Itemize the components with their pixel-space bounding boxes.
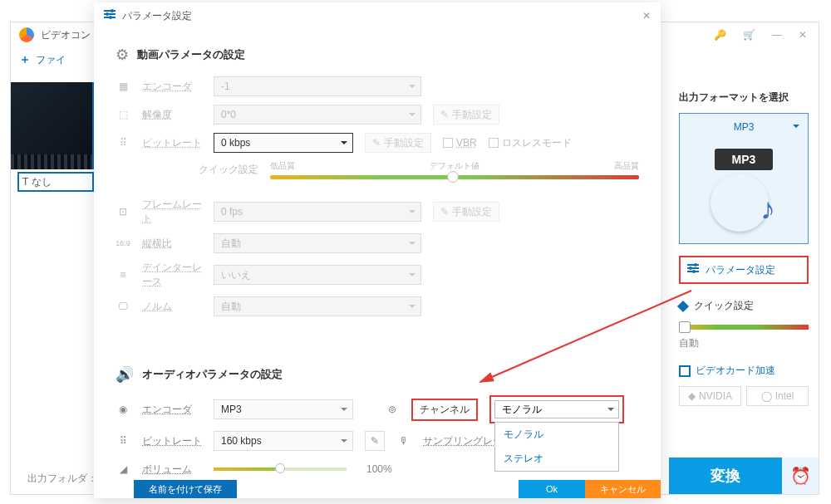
cart-icon[interactable]: 🛒 bbox=[740, 26, 759, 44]
auto-label: 自動 bbox=[679, 336, 809, 350]
audio-bitrate-label: ビットレート bbox=[142, 434, 202, 448]
subtitle-selector[interactable]: T なし bbox=[17, 172, 94, 192]
gpu-accel-row[interactable]: ビデオカード加速 bbox=[679, 364, 809, 378]
subtitle-value: なし bbox=[32, 175, 52, 189]
right-panel: 出力フォーマットを選択 MP3 MP3 ♪ パラメータ設定 クイック設定 自動 … bbox=[669, 82, 819, 464]
resolution-label: 解像度 bbox=[142, 108, 202, 122]
parameter-settings-button[interactable]: パラメータ設定 bbox=[679, 256, 809, 284]
norm-icon: 🖵 bbox=[116, 301, 130, 312]
volume-icon: ◢ bbox=[116, 463, 130, 475]
low-quality-label: 低品質 bbox=[270, 160, 295, 172]
deinterlace-icon: ≡ bbox=[116, 269, 130, 281]
channel-label: チャンネル bbox=[411, 399, 478, 421]
framerate-icon: ⊡ bbox=[116, 206, 130, 218]
audio-bitrate-edit-button[interactable]: ✎ bbox=[365, 431, 385, 451]
channel-option-stereo[interactable]: ステレオ bbox=[495, 447, 618, 471]
convert-button[interactable]: 変換 bbox=[669, 458, 782, 494]
close-button[interactable]: ✕ bbox=[795, 26, 810, 44]
volume-value: 100% bbox=[366, 463, 392, 475]
default-quality-label: デフォルト値 bbox=[430, 160, 479, 172]
audio-encoder-label: エンコーダ bbox=[142, 403, 202, 417]
plus-icon: ＋ bbox=[19, 52, 31, 67]
audio-bitrate-icon: ⠿ bbox=[116, 435, 130, 447]
format-preview-icon: MP3 ♪ bbox=[683, 140, 804, 240]
vbr-checkbox[interactable]: VBR bbox=[443, 137, 477, 149]
dialog-title: パラメータ設定 bbox=[122, 9, 192, 23]
quick-setting-label: クイック設定 bbox=[199, 163, 258, 177]
ok-button[interactable]: Ok bbox=[519, 480, 585, 498]
aspect-label: 縦横比 bbox=[142, 237, 202, 251]
add-file-button[interactable]: ファイ bbox=[36, 53, 66, 67]
channel-dropdown-panel: モノラル ステレオ bbox=[494, 422, 619, 472]
video-thumbnail[interactable] bbox=[11, 82, 94, 169]
key-icon[interactable]: 🔑 bbox=[711, 26, 730, 44]
quality-slider[interactable] bbox=[270, 175, 639, 179]
diamond-icon bbox=[677, 300, 689, 311]
norm-label: ノルム bbox=[142, 300, 202, 314]
video-section-title: 動画パラメータの設定 bbox=[137, 47, 245, 62]
chip-icon bbox=[679, 365, 691, 377]
format-card[interactable]: MP3 MP3 ♪ bbox=[679, 113, 809, 244]
video-encoder-select: -1 bbox=[214, 76, 421, 96]
channel-select[interactable]: モノラル bbox=[494, 400, 619, 418]
video-gear-icon: ⚙ bbox=[116, 46, 129, 64]
aspect-select: 自動 bbox=[214, 233, 421, 253]
channel-dropdown-wrap: モノラル モノラル ステレオ bbox=[489, 395, 624, 423]
output-folder-label: 出力フォルダ： bbox=[27, 472, 97, 486]
text-icon: T bbox=[22, 176, 28, 188]
schedule-button[interactable]: ⏰ bbox=[782, 458, 819, 494]
resolution-manual-button: ✎手動設定 bbox=[433, 105, 499, 125]
dialog-titlebar: パラメータ設定 ✕ bbox=[94, 2, 661, 29]
mp3-tag: MP3 bbox=[715, 149, 773, 170]
volume-label: ボリューム bbox=[142, 462, 202, 477]
framerate-label: フレームレート bbox=[142, 198, 202, 226]
format-dropdown[interactable]: MP3 bbox=[683, 117, 804, 137]
video-bitrate-select[interactable]: 0 kbps bbox=[214, 133, 353, 153]
app-logo-icon bbox=[19, 27, 34, 42]
audio-section-title: オーディオパラメータの設定 bbox=[142, 367, 283, 382]
parameter-dialog: パラメータ設定 ✕ ⚙ 動画パラメータの設定 ▦ エンコーダ -1 ⬚ 解像度 … bbox=[94, 2, 661, 498]
deinterlace-label: デインターレース bbox=[142, 261, 202, 289]
norm-select: 自動 bbox=[214, 296, 421, 316]
quick-quality-slider[interactable] bbox=[679, 325, 809, 330]
format-section-title: 出力フォーマットを選択 bbox=[679, 91, 809, 105]
resolution-icon: ⬚ bbox=[116, 109, 130, 120]
music-note-icon: ♪ bbox=[760, 194, 784, 228]
aspect-icon: 16:9 bbox=[116, 239, 130, 247]
audio-encoder-icon: ◉ bbox=[116, 404, 130, 415]
intel-button[interactable]: ◯Intel bbox=[746, 386, 809, 406]
channel-icon: ⊚ bbox=[385, 404, 400, 415]
save-as-button[interactable]: 名前を付けて保存 bbox=[134, 480, 237, 498]
framerate-select: 0 fps bbox=[214, 202, 421, 222]
cancel-button[interactable]: キャンセル bbox=[585, 480, 661, 498]
video-encoder-label: エンコーダ bbox=[142, 80, 202, 94]
deinterlace-select: いいえ bbox=[214, 265, 421, 285]
sliders-icon bbox=[687, 264, 699, 276]
channel-option-mono[interactable]: モノラル bbox=[495, 423, 618, 447]
app-title: ビデオコン bbox=[41, 28, 91, 42]
quick-settings-label: クイック設定 bbox=[679, 299, 809, 313]
audio-bitrate-select[interactable]: 160 kbps bbox=[214, 431, 353, 451]
bitrate-icon: ⠿ bbox=[116, 137, 130, 149]
framerate-manual-button: ✎手動設定 bbox=[433, 202, 499, 222]
volume-slider[interactable] bbox=[214, 467, 347, 471]
bitrate-manual-button: ✎手動設定 bbox=[365, 133, 431, 153]
dialog-close-button[interactable]: ✕ bbox=[642, 10, 651, 22]
sliders-icon bbox=[104, 10, 116, 22]
resolution-select: 0*0 bbox=[214, 105, 421, 125]
high-quality-label: 高品質 bbox=[614, 160, 639, 172]
encoder-icon: ▦ bbox=[116, 81, 130, 92]
param-button-label: パラメータ設定 bbox=[706, 263, 775, 277]
audio-encoder-select[interactable]: MP3 bbox=[214, 399, 353, 419]
minimize-button[interactable]: — bbox=[769, 26, 785, 44]
audio-speaker-icon: 🔊 bbox=[116, 365, 134, 384]
lossless-checkbox[interactable]: ロスレスモード bbox=[489, 136, 572, 150]
samplerate-icon: 🎙 bbox=[396, 435, 411, 447]
nvidia-button[interactable]: ◆NVIDIA bbox=[679, 386, 741, 406]
video-bitrate-label: ビットレート bbox=[142, 136, 202, 150]
